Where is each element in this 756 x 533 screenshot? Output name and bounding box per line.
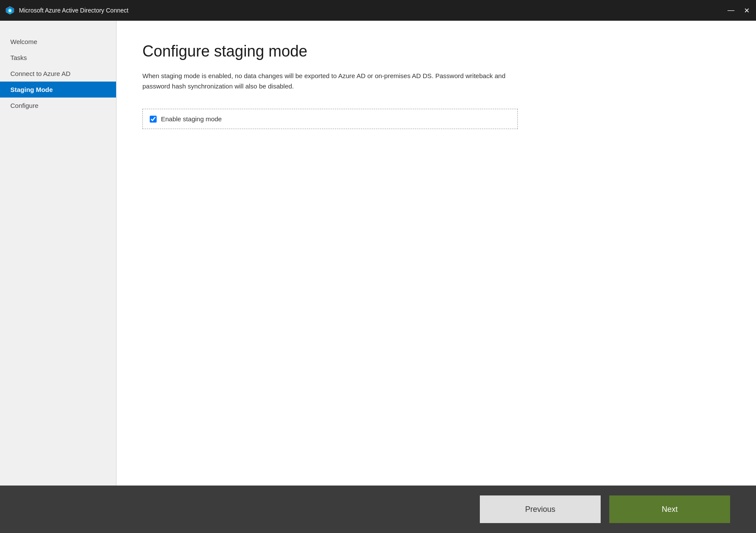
title-bar: Microsoft Azure Active Directory Connect… bbox=[0, 0, 756, 21]
enable-staging-mode-checkbox-container[interactable]: Enable staging mode bbox=[142, 109, 518, 129]
footer: Previous Next bbox=[0, 486, 756, 533]
sidebar-item-tasks[interactable]: Tasks bbox=[0, 50, 116, 66]
enable-staging-mode-label: Enable staging mode bbox=[161, 115, 222, 123]
previous-button[interactable]: Previous bbox=[480, 495, 601, 523]
sidebar-item-connect-azure-ad[interactable]: Connect to Azure AD bbox=[0, 66, 116, 82]
enable-staging-mode-checkbox[interactable] bbox=[150, 116, 157, 123]
page-title: Configure staging mode bbox=[142, 42, 730, 60]
sidebar-item-configure[interactable]: Configure bbox=[0, 98, 116, 114]
title-bar-controls: — ✕ bbox=[727, 6, 751, 15]
next-button[interactable]: Next bbox=[609, 495, 730, 523]
title-bar-left: Microsoft Azure Active Directory Connect bbox=[5, 6, 129, 15]
main-content: Welcome Tasks Connect to Azure AD Stagin… bbox=[0, 21, 756, 486]
main-window: Microsoft Azure Active Directory Connect… bbox=[0, 0, 756, 533]
app-icon bbox=[5, 6, 15, 15]
sidebar-item-staging-mode[interactable]: Staging Mode bbox=[0, 82, 116, 98]
content-area: Configure staging mode When staging mode… bbox=[117, 21, 756, 486]
sidebar-item-welcome[interactable]: Welcome bbox=[0, 34, 116, 50]
close-button[interactable]: ✕ bbox=[742, 6, 751, 15]
minimize-button[interactable]: — bbox=[727, 6, 735, 15]
content-spacer bbox=[142, 129, 730, 473]
description-text: When staging mode is enabled, no data ch… bbox=[142, 71, 509, 91]
sidebar: Welcome Tasks Connect to Azure AD Stagin… bbox=[0, 21, 117, 486]
title-bar-title: Microsoft Azure Active Directory Connect bbox=[19, 7, 129, 14]
